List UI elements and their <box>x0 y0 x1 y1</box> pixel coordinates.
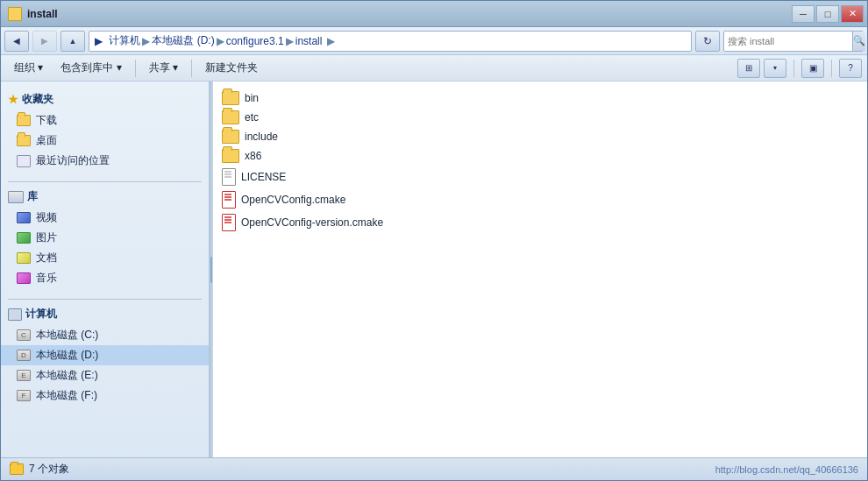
file-item-bin[interactable]: bin <box>217 88 864 108</box>
sidebar-item-video[interactable]: 视频 <box>1 208 209 228</box>
window-title: install <box>27 8 58 20</box>
computer-icon <box>8 308 22 321</box>
drive-d-icon: D <box>17 350 31 361</box>
back-button[interactable]: ◀ <box>4 31 29 52</box>
organize-button[interactable]: 组织 ▾ <box>6 58 51 79</box>
video-icon <box>17 212 31 223</box>
breadcrumb-item-computer-label[interactable]: 计算机 <box>109 33 140 48</box>
folder-icon-download <box>17 115 31 126</box>
library-header: 库 <box>1 186 209 208</box>
file-list: bin etc include x86 LICENSE OpenCVConfig… <box>213 81 867 457</box>
sidebar-splitter[interactable] <box>210 81 213 457</box>
library-section-icon <box>8 191 24 203</box>
view-grid-button[interactable]: ⊞ <box>737 59 760 78</box>
file-item-opencvconfig-version[interactable]: OpenCVConfig-version.cmake <box>217 211 864 234</box>
recent-icon <box>17 155 31 167</box>
sidebar: ★ 收藏夹 下载 桌面 最近访问的位置 <box>1 81 210 457</box>
sidebar-item-drive-f[interactable]: F 本地磁盘 (F:) <box>1 386 209 406</box>
share-button[interactable]: 共享 ▾ <box>141 58 186 79</box>
file-item-include[interactable]: include <box>217 127 864 146</box>
folder-icon-x86 <box>222 149 239 163</box>
search-input[interactable] <box>724 36 852 46</box>
sidebar-item-recent[interactable]: 最近访问的位置 <box>1 151 209 171</box>
music-icon <box>17 272 31 284</box>
folder-icon-etc <box>222 110 239 124</box>
sidebar-item-image[interactable]: 图片 <box>1 228 209 248</box>
computer-header: 计算机 <box>1 303 209 325</box>
title-bar-controls: ─ □ ✕ <box>792 5 864 23</box>
watermark: http://blog.csdn.net/qq_40666136 <box>715 464 858 475</box>
view-dropdown-button[interactable]: ▾ <box>764 59 786 78</box>
include-library-button[interactable]: 包含到库中 ▾ <box>53 58 129 79</box>
toolbar-separator-1 <box>135 60 136 77</box>
toolbar-separator-4 <box>831 60 832 77</box>
up-button[interactable]: ▲ <box>60 31 85 52</box>
sidebar-item-desktop[interactable]: 桌面 <box>1 131 209 151</box>
file-item-etc[interactable]: etc <box>217 108 864 127</box>
forward-button[interactable]: ▶ <box>32 31 57 52</box>
status-left: 7 个对象 <box>10 462 69 477</box>
toolbar-separator-2 <box>191 60 192 77</box>
drive-e-icon: E <box>17 370 31 381</box>
library-section: 库 视频 图片 文档 音乐 <box>1 186 209 288</box>
breadcrumb-bar: ▶ 计算机 ▶ 本地磁盘 (D:) ▶ configure3.1 ▶ insta… <box>89 31 692 52</box>
refresh-button[interactable]: ↻ <box>695 31 720 52</box>
maximize-button[interactable]: □ <box>816 5 839 23</box>
search-bar: 🔍 <box>723 31 864 52</box>
status-count: 7 个对象 <box>29 462 69 477</box>
doc-icon <box>17 252 31 264</box>
file-item-opencvconfig[interactable]: OpenCVConfig.cmake <box>217 188 864 211</box>
sidebar-divider-1 <box>8 181 202 182</box>
computer-section: 计算机 C 本地磁盘 (C:) D 本地磁盘 (D:) E 本地磁盘 (E:) … <box>1 303 209 406</box>
drive-c-icon: C <box>17 329 31 341</box>
new-folder-button[interactable]: 新建文件夹 <box>197 58 266 79</box>
sidebar-item-drive-d[interactable]: D 本地磁盘 (D:) <box>1 345 209 365</box>
title-bar: install ─ □ ✕ <box>1 1 867 27</box>
toolbar-right: ⊞ ▾ ▣ ? <box>737 59 862 78</box>
sidebar-item-drive-c[interactable]: C 本地磁盘 (C:) <box>1 325 209 345</box>
favorites-header: ★ 收藏夹 <box>1 88 209 110</box>
cmake-icon-opencvconfig <box>222 191 236 209</box>
cmake-icon-opencvconfig-version <box>222 214 236 231</box>
title-bar-left: install <box>8 7 58 21</box>
main-area: ★ 收藏夹 下载 桌面 最近访问的位置 <box>1 81 867 457</box>
window-icon <box>8 7 22 21</box>
folder-icon-desktop <box>17 135 31 146</box>
star-icon: ★ <box>8 93 18 106</box>
status-bar: 7 个对象 http://blog.csdn.net/qq_40666136 <box>1 457 867 480</box>
address-bar: ◀ ▶ ▲ ▶ 计算机 ▶ 本地磁盘 (D:) ▶ configure3.1 ▶… <box>1 27 867 55</box>
sidebar-item-download[interactable]: 下载 <box>1 110 209 131</box>
sidebar-item-doc[interactable]: 文档 <box>1 248 209 268</box>
minimize-button[interactable]: ─ <box>792 5 815 23</box>
pane-button[interactable]: ▣ <box>801 59 824 78</box>
image-icon <box>17 232 31 244</box>
breadcrumb-item-configure[interactable]: configure3.1 <box>226 35 284 47</box>
breadcrumb-item-install[interactable]: install <box>295 35 323 47</box>
help-button[interactable]: ? <box>839 59 862 78</box>
breadcrumb-item-computer[interactable]: ▶ <box>95 35 103 47</box>
status-folder-icon <box>10 463 24 475</box>
file-item-license[interactable]: LICENSE <box>217 166 864 188</box>
breadcrumb-item-d[interactable]: 本地磁盘 (D:) <box>152 33 214 48</box>
sidebar-item-drive-e[interactable]: E 本地磁盘 (E:) <box>1 365 209 386</box>
explorer-window: install ─ □ ✕ ◀ ▶ ▲ ▶ 计算机 ▶ 本地磁盘 (D:) ▶ … <box>0 0 868 481</box>
folder-icon-bin <box>222 91 239 105</box>
drive-f-icon: F <box>17 390 31 401</box>
folder-icon-include <box>222 130 239 144</box>
search-icon[interactable]: 🔍 <box>852 32 865 51</box>
sidebar-item-music[interactable]: 音乐 <box>1 268 209 288</box>
sidebar-divider-2 <box>8 299 202 300</box>
toolbar: 组织 ▾ 包含到库中 ▾ 共享 ▾ 新建文件夹 ⊞ ▾ ▣ ? <box>1 55 867 81</box>
close-button[interactable]: ✕ <box>841 5 864 23</box>
file-item-x86[interactable]: x86 <box>217 146 864 166</box>
favorites-section: ★ 收藏夹 下载 桌面 最近访问的位置 <box>1 88 209 171</box>
toolbar-separator-3 <box>793 60 794 77</box>
doc-icon-license <box>222 168 236 186</box>
